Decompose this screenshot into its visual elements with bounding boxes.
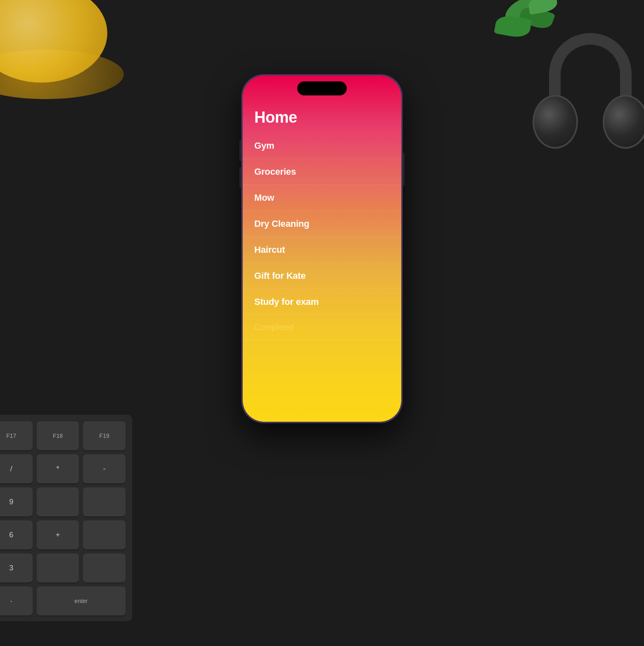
phone-device: Home Gym Groceries Mow Dry Cleaning Hair… bbox=[242, 74, 402, 423]
todo-list: Gym Groceries Mow Dry Cleaning Haircut G… bbox=[243, 133, 401, 422]
phone-screen: Home Gym Groceries Mow Dry Cleaning Hair… bbox=[243, 76, 401, 422]
key-f18: F18 bbox=[37, 421, 79, 450]
key-blank3 bbox=[83, 520, 125, 549]
key-blank5 bbox=[83, 553, 125, 582]
list-item[interactable]: Gym bbox=[243, 133, 401, 159]
empty-space bbox=[243, 340, 401, 422]
key-9: 9 bbox=[0, 487, 33, 516]
list-item[interactable]: Groceries bbox=[243, 159, 401, 185]
keyboard-decoration: F17 F18 F19 / * - 9 6 + 3 · enter bbox=[0, 415, 132, 621]
list-item[interactable]: Dry Cleaning bbox=[243, 211, 401, 237]
list-item[interactable]: Haircut bbox=[243, 237, 401, 263]
app-title: Home bbox=[243, 100, 401, 133]
volume-down-button[interactable] bbox=[239, 167, 241, 188]
key-f17: F17 bbox=[0, 421, 33, 450]
key-6: 6 bbox=[0, 520, 33, 549]
list-item[interactable]: Mow bbox=[243, 185, 401, 211]
dynamic-island bbox=[297, 81, 347, 95]
key-enter: enter bbox=[37, 587, 125, 615]
phone-body: Home Gym Groceries Mow Dry Cleaning Hair… bbox=[242, 74, 402, 423]
key-f19: F19 bbox=[83, 421, 125, 450]
key-star: * bbox=[37, 454, 79, 483]
completed-section-label: Completed bbox=[243, 315, 401, 340]
list-item[interactable]: Gift for Kate bbox=[243, 263, 401, 289]
list-item[interactable]: Study for exam bbox=[243, 289, 401, 315]
volume-up-button[interactable] bbox=[239, 140, 241, 161]
app-content: Home Gym Groceries Mow Dry Cleaning Hair… bbox=[243, 76, 401, 422]
key-dot: · bbox=[0, 587, 33, 615]
key-blank1 bbox=[37, 487, 79, 516]
key-blank2 bbox=[83, 487, 125, 516]
key-minus: - bbox=[83, 454, 125, 483]
key-blank4 bbox=[37, 553, 79, 582]
key-slash: / bbox=[0, 454, 33, 483]
headphones-decoration bbox=[524, 33, 644, 198]
key-3: 3 bbox=[0, 553, 33, 582]
key-plus: + bbox=[37, 520, 79, 549]
power-button[interactable] bbox=[403, 153, 405, 186]
